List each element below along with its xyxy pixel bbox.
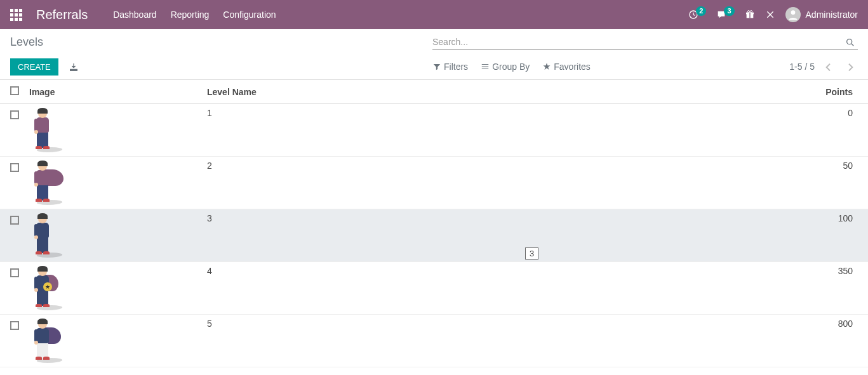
row-name: 1 xyxy=(202,104,573,157)
row-name: 2 xyxy=(202,157,573,209)
gift-icon[interactable] xyxy=(745,10,755,20)
row-points: 100 xyxy=(573,209,868,262)
settings-icon[interactable] xyxy=(765,10,775,20)
row-name: 4 xyxy=(202,262,573,315)
svg-point-6 xyxy=(791,10,795,15)
nav-links: Dashboard Reporting Configuration xyxy=(113,10,276,20)
row-name: 5 xyxy=(202,315,573,367)
svg-rect-3 xyxy=(749,13,750,18)
row-checkbox[interactable] xyxy=(10,110,19,119)
col-level-name[interactable]: Level Name xyxy=(202,80,573,104)
hover-tooltip: 3 xyxy=(525,247,538,260)
control-panel: Levels Create Filters Group By Favorites xyxy=(0,29,868,80)
search-icon[interactable] xyxy=(843,36,858,47)
pager: 1-5 / 5 xyxy=(789,58,858,74)
pager-next[interactable] xyxy=(843,58,858,74)
list-view: Image Level Name Points 1 0 2 50 xyxy=(0,80,868,367)
row-checkbox[interactable] xyxy=(10,216,19,225)
svg-point-5 xyxy=(750,11,752,13)
favorites-label: Favorites xyxy=(554,62,591,72)
messages-icon[interactable]: 3 xyxy=(716,10,734,20)
table-row[interactable]: 5 800 xyxy=(0,315,868,367)
row-points: 0 xyxy=(573,104,868,157)
table-row[interactable]: ★ 4 350 xyxy=(0,262,868,315)
import-button[interactable] xyxy=(69,61,79,72)
activities-badge: 2 xyxy=(696,6,706,16)
user-name: Administrator xyxy=(806,10,858,20)
svg-point-4 xyxy=(747,11,749,13)
avatar xyxy=(785,7,801,22)
navbar-right: 2 3 Administrator xyxy=(688,7,858,22)
col-points[interactable]: Points xyxy=(573,80,868,104)
pager-range: 1-5 / 5 xyxy=(789,62,815,72)
row-image xyxy=(24,315,202,367)
table-row[interactable]: 3 100 xyxy=(0,209,868,262)
apps-icon[interactable] xyxy=(10,9,22,21)
row-image: ★ xyxy=(24,262,202,315)
messages-badge: 3 xyxy=(724,6,734,16)
row-points: 800 xyxy=(573,315,868,367)
table-row[interactable]: 1 0 xyxy=(0,104,868,157)
row-name: 3 xyxy=(202,209,573,262)
groupby-button[interactable]: Group By xyxy=(481,62,530,72)
create-button[interactable]: Create xyxy=(10,58,58,76)
row-checkbox[interactable] xyxy=(10,163,19,172)
navbar: Referrals Dashboard Reporting Configurat… xyxy=(0,0,868,29)
filters-label: Filters xyxy=(444,62,468,72)
breadcrumb: Levels xyxy=(10,36,43,49)
activities-icon[interactable]: 2 xyxy=(688,10,706,20)
nav-configuration[interactable]: Configuration xyxy=(223,10,276,20)
svg-point-7 xyxy=(847,39,852,44)
row-checkbox[interactable] xyxy=(10,321,19,330)
search-options: Filters Group By Favorites 1-5 / 5 xyxy=(432,58,858,74)
table-row[interactable]: 2 50 xyxy=(0,157,868,209)
groupby-label: Group By xyxy=(492,62,530,72)
app-brand[interactable]: Referrals xyxy=(36,8,88,22)
row-image xyxy=(24,157,202,209)
nav-reporting[interactable]: Reporting xyxy=(171,10,210,20)
search-input[interactable] xyxy=(432,34,843,49)
row-points: 350 xyxy=(573,262,868,315)
pager-prev[interactable] xyxy=(821,58,836,74)
row-image xyxy=(24,104,202,157)
favorites-button[interactable]: Favorites xyxy=(542,62,591,72)
filters-button[interactable]: Filters xyxy=(432,62,468,72)
search-view xyxy=(432,34,858,50)
nav-dashboard[interactable]: Dashboard xyxy=(113,10,157,20)
select-all-checkbox[interactable] xyxy=(10,86,19,95)
col-image[interactable]: Image xyxy=(24,80,202,104)
row-checkbox[interactable] xyxy=(10,268,19,277)
user-menu[interactable]: Administrator xyxy=(785,7,858,22)
row-image xyxy=(24,209,202,262)
row-points: 50 xyxy=(573,157,868,209)
